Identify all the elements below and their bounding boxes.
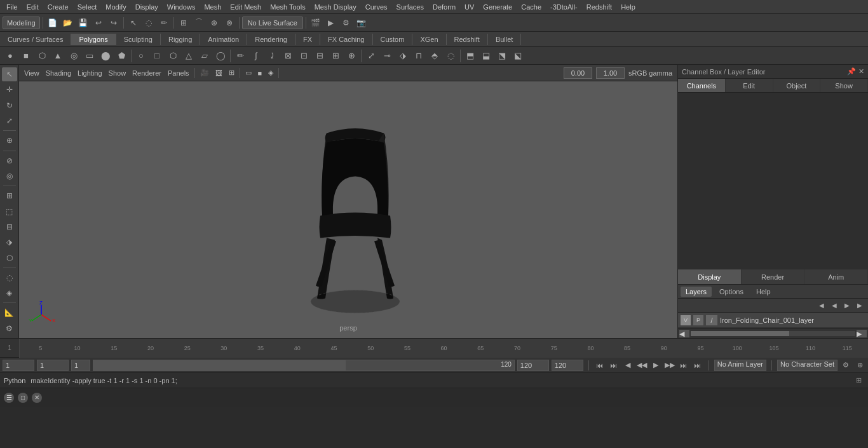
tab-rendering[interactable]: Rendering — [247, 34, 295, 45]
anim-start-field[interactable] — [3, 360, 34, 371]
nurbs-sphere-icon[interactable]: ○ — [133, 48, 149, 64]
vp-camera-icon[interactable]: 🎥 — [198, 67, 212, 79]
panel-pin-icon[interactable]: 📌 — [847, 67, 856, 76]
go-start-btn[interactable]: ⏮ — [594, 360, 606, 371]
snap-grid-icon[interactable]: ⊞ — [177, 16, 191, 30]
open-scene-icon[interactable]: 📂 — [61, 16, 75, 30]
view-menu-btn[interactable]: View — [22, 67, 42, 79]
layer-scrollbar[interactable]: ◀ ▶ — [678, 328, 868, 338]
new-scene-icon[interactable]: 📄 — [46, 16, 60, 30]
timeline-ruler[interactable]: 5 10 15 20 25 30 35 40 45 50 55 60 65 70… — [19, 339, 868, 358]
layer-prev-icon[interactable]: ◀ — [829, 300, 840, 311]
uv2-icon[interactable]: ⬓ — [478, 48, 494, 64]
panel-close-icon[interactable]: ✕ — [858, 67, 864, 76]
select-tool-icon[interactable]: ↖ — [126, 16, 140, 30]
status-icon[interactable]: ⊞ — [853, 375, 864, 386]
snap-view-icon[interactable]: ⊗ — [222, 16, 236, 30]
shading-menu-btn[interactable]: Shading — [43, 67, 74, 79]
nurbs-cube-icon[interactable]: □ — [149, 48, 165, 64]
prev-frame-btn[interactable]: ◀ — [622, 360, 634, 371]
tab-curves-surfaces[interactable]: Curves / Surfaces — [0, 34, 71, 45]
lasso-select-btn[interactable]: ⊘ — [2, 154, 17, 168]
menu-display[interactable]: Display — [132, 2, 162, 12]
render-icon[interactable]: 🎬 — [309, 16, 323, 30]
menu-cache[interactable]: Cache — [517, 2, 545, 12]
disk-icon[interactable]: ⬤ — [98, 48, 113, 64]
paint-tool-icon[interactable]: ✏ — [157, 16, 171, 30]
show-menu-btn[interactable]: Show — [106, 67, 129, 79]
fill-icon[interactable]: ⬘ — [427, 48, 442, 64]
frame-range-bar[interactable]: 120 — [93, 360, 515, 371]
sphere-icon[interactable]: ● — [3, 48, 18, 64]
menu-file[interactable]: File — [3, 2, 22, 12]
platonic-icon[interactable]: ⬟ — [114, 48, 129, 64]
channels-tab[interactable]: Channels — [678, 79, 726, 92]
undo-icon[interactable]: ↩ — [92, 16, 105, 30]
snap-point-icon[interactable]: ⊕ — [207, 16, 221, 30]
mirror-icon[interactable]: ⊟ — [312, 48, 327, 64]
bridge-icon[interactable]: ⊓ — [411, 48, 426, 64]
layer-playback-btn[interactable]: P — [693, 315, 703, 325]
options-tab[interactable]: Options — [714, 287, 749, 297]
offset-edge-btn[interactable]: ⊟ — [2, 220, 17, 234]
bevel-btn[interactable]: ⬗ — [2, 235, 17, 249]
measure-btn[interactable]: 📐 — [2, 306, 17, 320]
char-set-icon2[interactable]: ⊕ — [854, 360, 865, 371]
uv4-icon[interactable]: ⬕ — [510, 48, 526, 64]
vp-value1-input[interactable]: 0.00 — [564, 67, 592, 79]
menu-windows[interactable]: Windows — [163, 2, 200, 12]
menu-help[interactable]: Help — [617, 2, 639, 12]
renderer-menu-btn[interactable]: Renderer — [130, 67, 164, 79]
nurbs-cone-icon[interactable]: △ — [181, 48, 196, 64]
render-seq-icon[interactable]: ▶ — [324, 16, 338, 30]
char-set-icon[interactable]: ⚙ — [840, 360, 851, 371]
menu-edit[interactable]: Edit — [23, 2, 43, 12]
nurbs-cyl-icon[interactable]: ⬡ — [165, 48, 180, 64]
tab-xgen[interactable]: XGen — [412, 34, 446, 45]
layer-entry[interactable]: V P / Iron_Folding_Chair_001_layer — [678, 313, 868, 328]
vp-xray-icon[interactable]: ◈ — [266, 67, 276, 79]
scroll-thumb[interactable] — [691, 331, 789, 336]
camera-icon[interactable]: 📷 — [355, 16, 369, 30]
uv3-icon[interactable]: ⬔ — [494, 48, 510, 64]
tab-redshift[interactable]: Redshift — [447, 34, 488, 45]
show-tab[interactable]: Show — [820, 79, 868, 92]
snap-to-grid-btn[interactable]: ⊞ — [2, 189, 17, 203]
scroll-left-btn[interactable]: ◀ — [679, 330, 689, 337]
vp-value2-input[interactable]: 1.00 — [596, 67, 625, 79]
sculpt-btn[interactable]: ◈ — [2, 286, 17, 300]
layer-color-swatch[interactable]: / — [706, 315, 717, 325]
anim-tab[interactable]: Anim — [804, 269, 868, 284]
next-key-btn[interactable]: ⏭ — [678, 360, 689, 371]
cone-icon[interactable]: ▲ — [50, 48, 65, 64]
object-tab[interactable]: Object — [773, 79, 821, 92]
rotate-tool-btn[interactable]: ↻ — [2, 98, 17, 112]
scroll-right-btn[interactable]: ▶ — [857, 330, 867, 337]
play-forward-btn[interactable]: ▶ — [650, 360, 661, 371]
vp-grid-icon[interactable]: ⊞ — [226, 67, 237, 79]
uv-icon[interactable]: ⬒ — [463, 48, 478, 64]
menu-select[interactable]: Select — [74, 2, 101, 12]
menu-create[interactable]: Create — [44, 2, 72, 12]
layer-add-icon[interactable]: ◀ — [816, 300, 827, 311]
vp-shaded-icon[interactable]: ■ — [255, 67, 265, 79]
vp-gamma-dropdown[interactable]: sRGB gamma — [626, 67, 675, 79]
menu-edit-mesh[interactable]: Edit Mesh — [226, 2, 265, 12]
layer-end-icon[interactable]: ▶ — [854, 300, 865, 311]
cylinder-icon[interactable]: ⬡ — [34, 48, 50, 64]
smooth-icon[interactable]: ◌ — [443, 48, 458, 64]
save-scene-icon[interactable]: 💾 — [76, 16, 90, 30]
boolean-icon[interactable]: ⊕ — [344, 48, 359, 64]
close-btn[interactable]: ✕ — [32, 393, 42, 403]
vp-wireframe-icon[interactable]: ▭ — [243, 67, 254, 79]
live-surface-button[interactable]: No Live Surface — [242, 17, 303, 29]
menu-generate[interactable]: Generate — [479, 2, 516, 12]
move-icon[interactable]: ⤢ — [363, 48, 379, 64]
menu-uv[interactable]: UV — [461, 2, 478, 12]
menu-mesh-tools[interactable]: Mesh Tools — [266, 2, 309, 12]
tab-rigging[interactable]: Rigging — [161, 34, 200, 45]
insert-edge-icon[interactable]: ⊸ — [379, 48, 395, 64]
help-tab[interactable]: Help — [751, 287, 776, 297]
menu-mesh-display[interactable]: Mesh Display — [311, 2, 360, 12]
tab-bullet[interactable]: Bullet — [488, 34, 522, 45]
